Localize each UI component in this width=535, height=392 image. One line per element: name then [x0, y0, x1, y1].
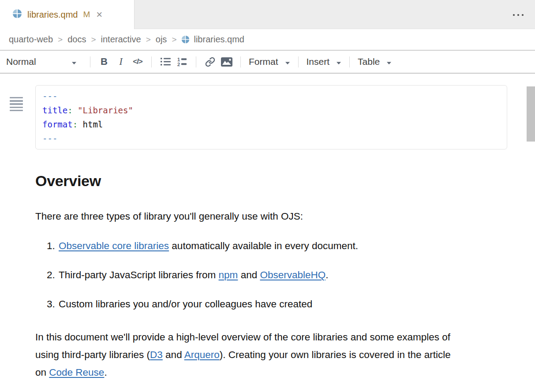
format-menu[interactable]: Format — [246, 56, 293, 67]
breadcrumb-item-file[interactable]: libraries.qmd — [181, 34, 244, 45]
text-run: . — [325, 269, 328, 280]
breadcrumb-separator-icon: > — [172, 35, 176, 44]
text-run: . — [104, 367, 107, 378]
close-icon[interactable]: × — [96, 9, 102, 20]
image-button[interactable] — [218, 53, 235, 70]
yaml-token-colon: : — [73, 119, 78, 129]
list-item: Custom libraries you and/or your colleag… — [58, 298, 507, 311]
yaml-token-key: format — [42, 119, 73, 129]
inline-code-button[interactable]: </> — [129, 53, 146, 70]
breadcrumb: quarto-web>docs>interactive>ojs> librari… — [0, 29, 535, 51]
formatting-toolbar: Normal B I </> 1 2 — [0, 51, 535, 74]
toolbar-divider — [196, 56, 196, 67]
link-icon — [205, 57, 215, 67]
doc-link[interactable]: Code Reuse — [49, 367, 104, 378]
table-menu[interactable]: Table — [355, 56, 394, 67]
tab-title: libraries.qmd — [27, 10, 78, 20]
bullet-list-button[interactable] — [157, 53, 174, 70]
editor-tab-bar: libraries.qmd M × — [0, 0, 535, 29]
doc-link[interactable]: ObservableHQ — [260, 269, 325, 280]
text-run: automatically available in every documen… — [169, 240, 358, 251]
yaml-token-string: "Libraries" — [78, 105, 133, 115]
yaml-token-fence: --- — [42, 91, 57, 101]
doc-link[interactable]: Observable core libraries — [59, 240, 169, 251]
yaml-token-plain — [73, 105, 78, 115]
doc-link[interactable]: Arquero — [184, 349, 220, 360]
more-actions-icon[interactable] — [511, 11, 525, 19]
insert-menu-label: Insert — [307, 56, 330, 67]
breadcrumb-file-label: libraries.qmd — [194, 34, 244, 45]
numbered-list-icon: 1 2 — [177, 57, 188, 67]
text-run: Custom libraries you and/or your colleag… — [59, 299, 312, 310]
toolbar-divider — [90, 56, 90, 67]
breadcrumb-separator-icon: > — [91, 35, 96, 44]
format-menu-label: Format — [249, 56, 278, 67]
tab-libraries-qmd[interactable]: libraries.qmd M × — [0, 0, 135, 29]
image-icon — [221, 57, 232, 67]
list-item: Third-party JavaScript libraries from np… — [58, 269, 507, 282]
paragraph-style-value: Normal — [6, 56, 36, 67]
breadcrumb-item[interactable]: interactive — [101, 34, 141, 44]
block-drag-handle-icon[interactable] — [10, 97, 23, 113]
yaml-code-line: --- — [42, 89, 500, 103]
numbered-list-button[interactable]: 1 2 — [174, 53, 191, 70]
closing-paragraph: In this document we'll provide a high-le… — [35, 329, 455, 381]
link-button[interactable] — [202, 53, 218, 70]
breadcrumb-item[interactable]: docs — [67, 34, 86, 44]
toolbar-divider — [151, 56, 152, 67]
table-menu-label: Table — [358, 56, 380, 67]
text-run: Third-party JavaScript libraries from — [59, 269, 219, 280]
vertical-scrollbar[interactable] — [527, 86, 535, 142]
toolbar-divider — [349, 56, 350, 67]
list-item: Observable core libraries automatically … — [58, 239, 507, 253]
section-heading: Overview — [35, 172, 535, 190]
yaml-token-key: title — [42, 105, 67, 115]
breadcrumb-item[interactable]: quarto-web — [9, 34, 53, 44]
yaml-code-line: --- — [42, 131, 500, 146]
toolbar-divider — [240, 56, 241, 67]
breadcrumb-item[interactable]: ojs — [156, 34, 167, 44]
numbered-list: Observable core libraries automatically … — [35, 239, 507, 311]
breadcrumb-separator-icon: > — [58, 35, 63, 44]
yaml-token-fence: --- — [42, 134, 57, 143]
bold-button[interactable]: B — [96, 53, 112, 70]
yaml-token-plain: html — [83, 119, 103, 129]
text-run: and — [163, 349, 184, 360]
yaml-code-line: title: "Libraries" — [42, 103, 500, 117]
intro-paragraph: There are three types of library you'll … — [35, 210, 481, 223]
quarto-logo-icon — [12, 9, 22, 20]
yaml-token-colon: : — [67, 105, 72, 115]
doc-link[interactable]: D3 — [150, 349, 163, 360]
chevron-down-icon — [386, 56, 392, 67]
svg-text:2: 2 — [177, 62, 180, 67]
chevron-down-icon — [285, 56, 290, 67]
paragraph-style-select[interactable]: Normal — [6, 56, 85, 67]
italic-button[interactable]: I — [112, 53, 129, 70]
quarto-logo-icon — [181, 35, 190, 44]
bullet-list-icon — [160, 57, 171, 67]
yaml-front-matter-block[interactable]: ---title: "Libraries"format: html--- — [35, 85, 507, 149]
insert-menu[interactable]: Insert — [304, 56, 344, 67]
visual-editor-canvas[interactable]: ---title: "Libraries"format: html--- Ove… — [0, 85, 535, 392]
toolbar-divider — [298, 56, 299, 67]
chevron-down-icon — [71, 56, 77, 67]
yaml-token-plain — [78, 119, 82, 129]
doc-link[interactable]: npm — [219, 269, 238, 280]
yaml-code-line: format: html — [42, 117, 500, 131]
text-run: and — [238, 269, 260, 280]
modified-badge: M — [83, 10, 90, 19]
chevron-down-icon — [336, 56, 341, 67]
breadcrumb-separator-icon: > — [146, 35, 151, 44]
